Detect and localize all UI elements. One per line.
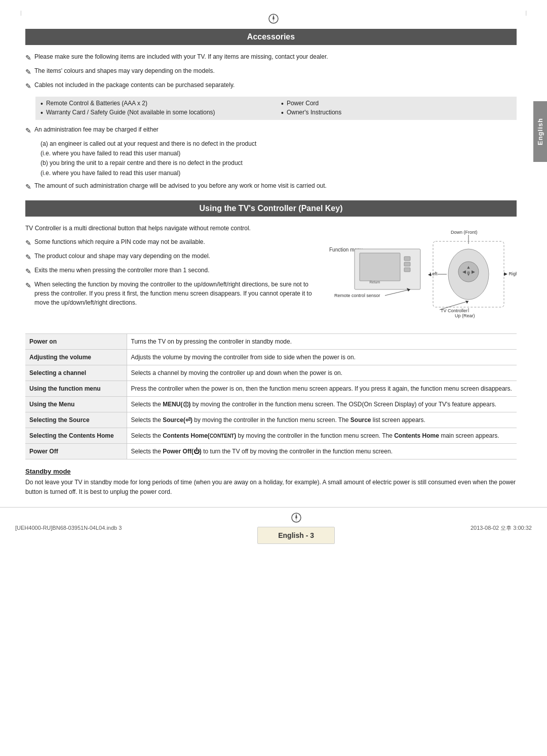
admin-note-line: ✎ An administration fee may be charged i… [25,125,517,136]
admin-footer-line: ✎ The amount of such administration char… [25,181,517,192]
func-desc-menu: Selects the MENU(㊂) by moving the contro… [127,396,517,412]
admin-note-icon: ✎ [25,125,31,136]
admin-footer-icon: ✎ [25,182,31,192]
item-owners-instructions: • Owner's Instructions [281,109,512,117]
table-row-channel: Selecting a channel Selects a channel by… [25,365,517,381]
note-line-1: ✎ Please make sure the following items a… [25,52,517,63]
table-row-menu: Using the Menu Selects the MENU(㊂) by mo… [25,396,517,412]
func-desc-contents-home: Selects the Contents Home(CONTENT) by mo… [127,428,517,443]
footer-left: [UEH4000-RU]BN68-03951N-04L04.indb 3 [15,525,122,531]
bullet-2: • [41,109,43,117]
table-row-function-menu: Using the function menu Press the contro… [25,381,517,396]
corner-mark-right: | [525,10,527,29]
label-up-rear: Up (Rear) [455,313,475,318]
compass-top [267,13,280,26]
accessories-items-grid: • Remote Control & Batteries (AAA x 2) •… [35,97,517,120]
compass-bottom [257,512,335,525]
accessories-header: Accessories [25,29,517,45]
standby-text: Do not leave your TV in standby mode for… [25,478,517,497]
note-icon-1: ✎ [25,53,31,63]
note-icon-2: ✎ [25,67,31,77]
controller-left-text: TV Controller is a multi directional but… [25,224,314,326]
func-name-source: Selecting the Source [25,412,127,428]
note-line-3: ✎ Cables not included in the package con… [25,80,517,92]
func-name-power-on: Power on [25,333,127,349]
func-desc-channel: Selects a channel by moving the controll… [127,365,517,381]
standby-title: Standby mode [25,468,517,475]
svg-point-17 [467,271,470,274]
accessories-notes: ✎ Please make sure the following items a… [25,52,517,92]
admin-item-2: (i.e. where you have failed to read this… [41,149,517,158]
corner-mark-left: | [20,10,22,29]
svg-text:▶: ▶ [472,269,475,274]
item-remote-control: • Remote Control & Batteries (AAA x 2) [41,100,271,108]
item-warranty-card: • Warranty Card / Safety Guide (Not avai… [41,109,271,117]
svg-text:◀: ◀ [462,269,466,274]
admin-item-4: (i.e. where you have failed to read this… [41,169,517,178]
side-tab-english: English [533,101,547,162]
func-desc-volume: Adjusts the volume by moving the control… [127,349,517,365]
svg-rect-6 [360,253,400,281]
controller-section: Using the TV's Controller (Panel Key) TV… [25,200,517,497]
func-desc-power-on: Turns the TV on by pressing the controll… [127,333,517,349]
func-name-volume: Adjusting the volume [25,349,127,365]
controller-intro: TV Controller is a multi directional but… [25,224,314,233]
svg-line-21 [385,289,410,296]
bullet-4: • [281,109,284,117]
ctrl-note-2: ✎ The product colour and shape may vary … [25,251,314,263]
func-name-channel: Selecting a channel [25,365,127,381]
controller-body: TV Controller is a multi directional but… [25,224,517,326]
controller-diagram: Function menu Down (Front) Retu [324,224,517,326]
function-table: Power on Turns the TV on by pressing the… [25,333,517,459]
bullet-1: • [41,100,43,108]
svg-point-28 [295,517,297,519]
footer-right: 2013-08-02 오후 3:00:32 [471,524,532,532]
svg-rect-8 [404,262,410,266]
table-row-power-on: Power on Turns the TV on by pressing the… [25,333,517,349]
footer-center-label: English - 3 [257,527,335,544]
admin-item-1: (a) an engineer is called out at your re… [41,139,517,149]
page-top-marks: | | [20,10,527,29]
func-name-menu: Using the Menu [25,396,127,412]
admin-item-3: (b) you bring the unit to a repair centr… [41,158,517,168]
svg-text:▲: ▲ [466,265,471,270]
label-remote-sensor: Remote control sensor [334,293,380,298]
bullet-3: • [281,100,284,108]
table-row-volume: Adjusting the volume Adjusts the volume … [25,349,517,365]
page-footer: [UEH4000-RU]BN68-03951N-04L04.indb 3 Eng… [0,507,547,544]
svg-rect-9 [404,268,410,272]
func-desc-source: Selects the Source(⏎) by moving the cont… [127,412,517,428]
label-right: ▶ Right [504,271,517,276]
ctrl-note-1: ✎ Some functions which require a PIN cod… [25,237,314,248]
ctrl-note-4: ✎ When selecting the function by moving … [25,280,314,307]
item-power-cord: • Power Cord [281,100,512,108]
standby-section: Standby mode Do not leave your TV in sta… [25,468,517,497]
label-return: Return [369,280,380,284]
func-desc-power-off: Selects the Power Off(⏻) to turn the TV … [127,443,517,459]
controller-header: Using the TV's Controller (Panel Key) [25,200,517,217]
func-name-power-off: Power Off [25,443,127,459]
admin-fee-section: ✎ An administration fee may be charged i… [25,125,517,192]
main-content: Accessories ✎ Please make sure the follo… [25,29,517,497]
label-tv-controller: TV Controller [441,308,467,313]
note-line-2: ✎ The items' colours and shapes may vary… [25,66,517,77]
svg-marker-24 [465,301,468,304]
svg-rect-7 [404,257,410,261]
svg-point-3 [273,18,275,20]
table-row-power-off: Power Off Selects the Power Off(⏻) to tu… [25,443,517,459]
ctrl-note-3: ✎ Exits the menu when pressing the contr… [25,266,314,277]
tv-diagram-svg: Function menu Down (Front) Retu [324,224,517,325]
note-icon-3: ✎ [25,81,31,92]
page-wrapper: | | English Accessories ✎ Please make su… [0,0,547,756]
func-name-contents-home: Selecting the Contents Home [25,428,127,443]
table-row-contents-home: Selecting the Contents Home Selects the … [25,428,517,443]
func-name-function-menu: Using the function menu [25,381,127,396]
label-down-front: Down (Front) [451,230,478,235]
table-row-source: Selecting the Source Selects the Source(… [25,412,517,428]
admin-items: (a) an engineer is called out at your re… [41,139,517,178]
func-desc-function-menu: Press the controller when the power is o… [127,381,517,396]
svg-text:◀: ◀ [428,272,432,277]
